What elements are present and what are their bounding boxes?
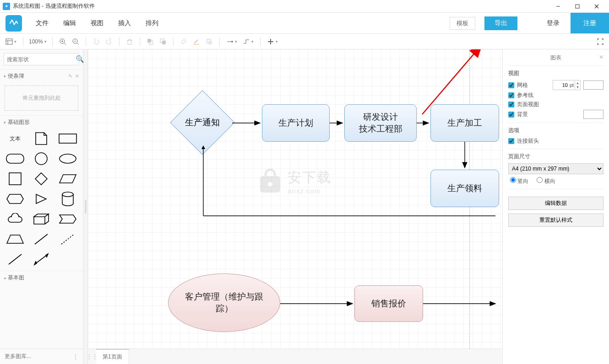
grid-checkbox[interactable]: 网格 — [508, 81, 553, 89]
page-tab-1[interactable]: 第1页面 — [96, 349, 129, 364]
group-pagesize: 页面尺寸 — [508, 153, 604, 161]
shape-bidir-arrow[interactable] — [30, 252, 53, 267]
shape-line2[interactable] — [4, 252, 27, 267]
canvas-area: 安下载anxz.com 生产通知 生产计划 研发设计 技术工程部 生产加工 生产… — [88, 49, 502, 364]
shape-text[interactable]: 文本 — [4, 131, 27, 146]
zoom-in-button[interactable] — [56, 37, 69, 46]
toolbar: 100% — [0, 34, 609, 49]
menu-arrange[interactable]: 排列 — [138, 19, 166, 27]
view-mode-dropdown[interactable] — [3, 37, 19, 46]
menu-edit[interactable]: 编辑 — [56, 19, 83, 27]
node-material-pickup[interactable]: 生产领料 — [430, 170, 499, 207]
maximize-button[interactable] — [568, 0, 587, 13]
menu-file[interactable]: 文件 — [28, 19, 56, 27]
shape-trapezoid[interactable] — [4, 231, 27, 247]
scratchpad-header[interactable]: ▾便条簿 ✎ ✕ — [0, 69, 83, 83]
guides-checkbox[interactable]: 参考线 — [508, 91, 604, 99]
title-bar: ✦ 系统流程图 - 迅捷流程图制作软件 — [0, 0, 609, 13]
node-customer-mgmt[interactable]: 客户管理（维护与跟踪） — [168, 273, 280, 332]
reset-style-button[interactable]: 重置默认样式 — [508, 214, 604, 227]
svg-rect-27 — [59, 134, 76, 143]
shape-step[interactable] — [56, 211, 79, 227]
node-rd-dept[interactable]: 研发设计 技术工程部 — [344, 104, 417, 142]
shape-cloud[interactable] — [4, 211, 27, 227]
menu-insert[interactable]: 插入 — [111, 19, 138, 27]
undo-button[interactable] — [90, 37, 103, 46]
shape-parallelogram[interactable] — [56, 171, 79, 187]
shape-dashed-line[interactable] — [56, 231, 79, 247]
svg-line-35 — [9, 254, 22, 264]
orientation-portrait[interactable]: 竖向 — [510, 177, 528, 185]
basic-shapes-header[interactable]: ▾基础图形 — [0, 115, 83, 129]
template-button[interactable]: 模板 — [450, 17, 475, 30]
basic-diagram-header[interactable]: ▾基本图 — [0, 271, 83, 284]
svg-line-33 — [35, 234, 48, 244]
shape-square[interactable] — [4, 171, 27, 187]
fullscreen-button[interactable] — [594, 37, 606, 46]
shape-search-input[interactable] — [7, 56, 76, 63]
page-size-select[interactable]: A4 (210 mm x 297 mm) — [508, 163, 604, 174]
delete-button[interactable] — [123, 37, 136, 46]
grid-size-stepper[interactable]: pt ▲▼ — [553, 80, 581, 90]
connection-style-dropdown[interactable] — [223, 37, 240, 46]
shape-search[interactable]: 🔍 — [4, 53, 79, 65]
shadow-button[interactable] — [203, 37, 216, 46]
close-button[interactable] — [587, 0, 606, 13]
to-back-button[interactable] — [157, 37, 169, 46]
shape-note[interactable] — [30, 131, 53, 146]
shape-circle[interactable] — [30, 151, 53, 166]
to-front-button[interactable] — [144, 37, 157, 46]
shape-cylinder[interactable] — [56, 191, 79, 207]
svg-point-38 — [268, 182, 272, 187]
node-production-plan[interactable]: 生产计划 — [262, 104, 330, 142]
zoom-dropdown[interactable]: 100% — [27, 38, 49, 45]
menu-view[interactable]: 视图 — [83, 19, 111, 27]
group-view: 视图 — [508, 70, 604, 77]
shape-cube[interactable] — [30, 211, 53, 227]
svg-line-12 — [77, 43, 79, 45]
fill-color-button[interactable] — [177, 37, 190, 46]
pencil-icon[interactable]: ✎ — [68, 73, 72, 79]
background-checkbox[interactable]: 背景 — [508, 111, 583, 118]
group-options: 选项 — [508, 127, 604, 134]
panel-close-icon[interactable]: ✕ — [599, 54, 604, 60]
line-color-button[interactable] — [190, 37, 203, 46]
shape-diamond[interactable] — [30, 171, 53, 187]
svg-line-36 — [36, 255, 47, 263]
sidebar-splitter[interactable] — [83, 49, 88, 364]
redo-button[interactable] — [103, 37, 115, 46]
canvas[interactable]: 安下载anxz.com 生产通知 生产计划 研发设计 技术工程部 生产加工 生产… — [88, 49, 502, 348]
more-shapes-button[interactable]: 更多图库...⋮ — [0, 348, 83, 364]
shape-ellipse[interactable] — [56, 151, 79, 166]
shape-triangle[interactable] — [30, 191, 53, 207]
svg-rect-31 — [9, 173, 21, 185]
svg-rect-14 — [128, 40, 131, 44]
conn-arrows-checkbox[interactable]: 连接箭头 — [508, 137, 604, 145]
close-icon[interactable]: ✕ — [75, 73, 79, 79]
login-button[interactable]: 登录 — [536, 19, 571, 27]
node-sales-quote[interactable]: 销售报价 — [354, 285, 423, 322]
app-logo — [5, 15, 22, 32]
insert-dropdown[interactable] — [264, 37, 281, 46]
svg-rect-23 — [208, 41, 212, 44]
grid-color-swatch[interactable] — [583, 80, 604, 90]
zoom-out-button[interactable] — [69, 37, 82, 46]
scratchpad-drop[interactable]: 将元素拖到此处 — [5, 86, 78, 111]
minimize-button[interactable] — [549, 0, 568, 13]
orientation-landscape[interactable]: 横向 — [537, 177, 555, 185]
pageview-checkbox[interactable]: 页面视图 — [508, 101, 604, 108]
shape-roundrect[interactable] — [4, 151, 27, 166]
background-swatch[interactable] — [583, 110, 604, 119]
svg-rect-21 — [194, 44, 199, 45]
export-button[interactable]: 导出 — [484, 16, 517, 30]
svg-rect-1 — [576, 5, 579, 8]
node-production-notice[interactable]: 生产通知 — [179, 100, 225, 145]
shape-rect[interactable] — [56, 131, 79, 146]
node-production-process[interactable]: 生产加工 — [430, 104, 499, 142]
waypoint-style-dropdown[interactable] — [240, 37, 256, 46]
shape-line[interactable] — [30, 231, 53, 247]
edit-data-button[interactable]: 编辑数据 — [508, 197, 604, 210]
shape-hexagon[interactable] — [4, 191, 27, 207]
tab-drag-handle[interactable]: ⋮⋮ — [88, 353, 96, 360]
register-button[interactable]: 注册 — [571, 13, 609, 33]
